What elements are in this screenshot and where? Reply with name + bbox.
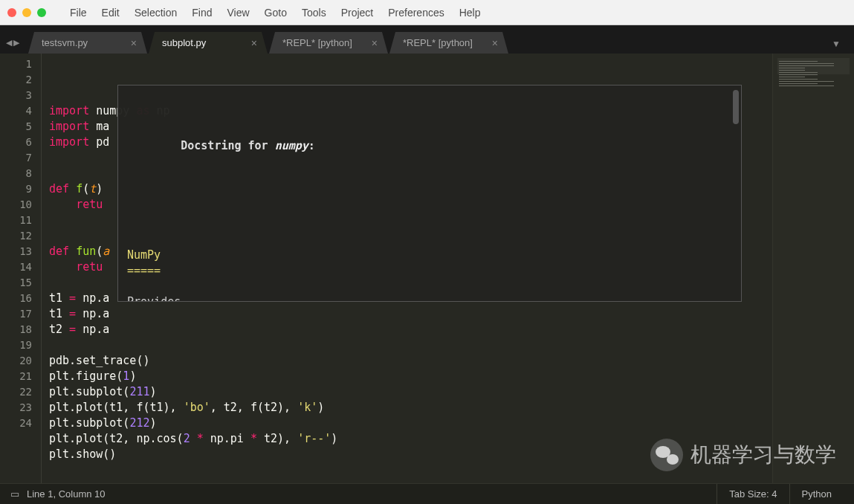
code-line[interactable]: plt.subplot(212): [49, 416, 772, 431]
tab-close-icon[interactable]: ×: [372, 38, 378, 48]
tab-history-nav: ◀ ▶: [3, 38, 28, 54]
nav-forward-icon[interactable]: ▶: [13, 38, 19, 48]
window-controls: [7, 8, 46, 17]
line-number: 14: [0, 259, 32, 275]
menu-help[interactable]: Help: [455, 5, 485, 20]
tab-bar: ◀ ▶ testsvm.py×subplot.py×*REPL* [python…: [0, 25, 854, 54]
docstring-subject: numpy: [275, 139, 308, 152]
line-number: 12: [0, 228, 32, 244]
line-number: 18: [0, 322, 32, 337]
code-line[interactable]: plt.subplot(211): [49, 384, 772, 400]
docstring-line: =====: [127, 263, 732, 279]
line-number: 4: [0, 103, 32, 119]
tab-label: *REPL* [python]: [282, 37, 352, 48]
tab-label: subplot.py: [162, 37, 206, 48]
maximize-window-icon[interactable]: [37, 8, 46, 17]
tab-overflow-icon[interactable]: ▼: [832, 39, 851, 54]
menu-view[interactable]: View: [223, 5, 254, 20]
tab-2[interactable]: *REPL* [python]×: [269, 32, 388, 54]
line-number-gutter: 123456789101112131415161718192021222324: [0, 54, 42, 483]
line-number: 11: [0, 213, 32, 228]
line-number: 19: [0, 337, 32, 353]
tab-1[interactable]: subplot.py×: [149, 32, 268, 54]
tab-close-icon[interactable]: ×: [492, 38, 498, 48]
menu-selection[interactable]: Selection: [130, 5, 182, 20]
docstring-popup: Docstring for numpy: NumPy===== Provides…: [117, 85, 742, 302]
nav-back-icon[interactable]: ◀: [6, 38, 12, 48]
docstring-title-suffix: :: [308, 139, 315, 152]
code-line[interactable]: t2 = np.a: [49, 322, 772, 337]
minimize-window-icon[interactable]: [22, 8, 31, 17]
menu-find[interactable]: Find: [187, 5, 216, 20]
docstring-body: NumPy===== Provides 1. An array object o…: [127, 248, 732, 302]
wechat-icon: [650, 439, 683, 471]
code-line[interactable]: t1 = np.a: [49, 306, 772, 322]
menu-edit[interactable]: Edit: [97, 5, 124, 20]
menu-items: FileEditSelectionFindViewGotoToolsProjec…: [65, 5, 485, 20]
line-number: 8: [0, 166, 32, 181]
menu-preferences[interactable]: Preferences: [384, 5, 448, 20]
docstring-title-prefix: Docstring for: [181, 139, 274, 152]
code-editor[interactable]: import numpy as npimport maimport pd def…: [42, 54, 772, 483]
code-line[interactable]: plt.plot(t1, f(t1), 'bo', t2, f(t2), 'k'…: [49, 400, 772, 416]
docstring-line: Provides: [127, 294, 732, 302]
editor-area: 123456789101112131415161718192021222324 …: [0, 54, 854, 483]
line-number: 5: [0, 119, 32, 135]
tab-label: testsvm.py: [42, 37, 88, 48]
docstring-scrollbar[interactable]: [733, 90, 739, 124]
line-number: 15: [0, 275, 32, 291]
line-number: 24: [0, 416, 32, 431]
code-line[interactable]: [49, 337, 772, 353]
line-number: 17: [0, 306, 32, 322]
line-number: 3: [0, 88, 32, 103]
line-number: 1: [0, 56, 32, 72]
minimap[interactable]: [772, 54, 854, 483]
menu-file[interactable]: File: [65, 5, 91, 20]
close-window-icon[interactable]: [7, 8, 16, 17]
tab-0[interactable]: testsvm.py×: [28, 32, 147, 54]
sidebar-toggle-icon[interactable]: ▭: [10, 488, 19, 500]
line-number: 20: [0, 353, 32, 369]
line-number: 9: [0, 181, 32, 197]
tab-label: *REPL* [python]: [403, 37, 473, 48]
line-number: 10: [0, 197, 32, 213]
docstring-line: [127, 279, 732, 294]
menu-tools[interactable]: Tools: [297, 5, 331, 20]
line-number: 6: [0, 135, 32, 150]
menu-project[interactable]: Project: [337, 5, 378, 20]
menu-goto[interactable]: Goto: [260, 5, 291, 20]
tab-close-icon[interactable]: ×: [251, 38, 257, 48]
tab-close-icon[interactable]: ×: [131, 38, 137, 48]
line-number: 13: [0, 244, 32, 259]
docstring-line: NumPy: [127, 248, 732, 263]
line-number: 21: [0, 369, 32, 384]
code-line[interactable]: pdb.set_trace(): [49, 353, 772, 369]
line-number: 16: [0, 291, 32, 306]
syntax-indicator[interactable]: Python: [789, 484, 844, 504]
code-line[interactable]: plt.figure(1): [49, 369, 772, 384]
tab-3[interactable]: *REPL* [python]×: [389, 32, 508, 54]
line-number: 7: [0, 150, 32, 166]
line-number: 2: [0, 72, 32, 88]
line-number: 22: [0, 384, 32, 400]
docstring-title: Docstring for numpy:: [127, 123, 732, 169]
menu-bar: FileEditSelectionFindViewGotoToolsProjec…: [0, 0, 854, 25]
watermark: 机器学习与数学: [650, 439, 836, 471]
line-number: 23: [0, 400, 32, 416]
watermark-text: 机器学习与数学: [690, 441, 836, 469]
